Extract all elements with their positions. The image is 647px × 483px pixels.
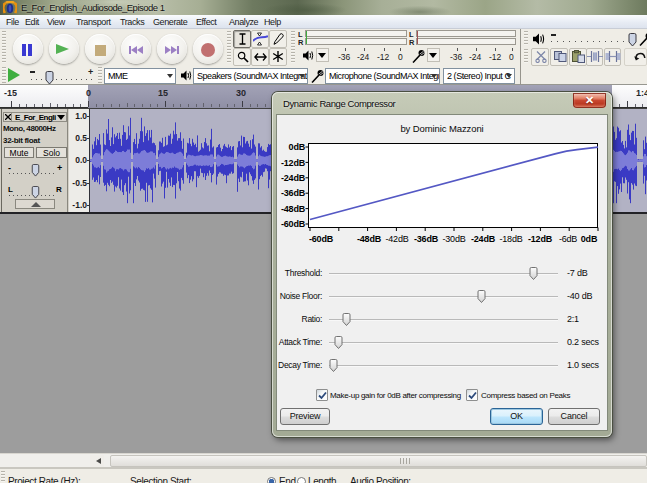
svg-text:-48dB: -48dB (281, 204, 306, 214)
svg-text:-18dB: -18dB (499, 234, 522, 244)
svg-text:-36dB: -36dB (281, 188, 306, 198)
svg-text:-42dB: -42dB (385, 234, 408, 244)
svg-text:-12dB: -12dB (281, 158, 306, 168)
svg-text:-6dB: -6dB (559, 234, 577, 244)
svg-text:0dB: 0dB (289, 142, 306, 152)
svg-text:-48dB: -48dB (357, 234, 382, 244)
svg-text:-60dB: -60dB (309, 234, 334, 244)
svg-text:-36dB: -36dB (414, 234, 439, 244)
svg-text:-30dB: -30dB (442, 234, 465, 244)
svg-text:-60dB: -60dB (281, 219, 306, 229)
svg-text:-24dB: -24dB (281, 173, 306, 183)
svg-text:-24dB: -24dB (471, 234, 496, 244)
svg-text:-12dB: -12dB (528, 234, 553, 244)
svg-text:0dB: 0dB (581, 234, 598, 244)
